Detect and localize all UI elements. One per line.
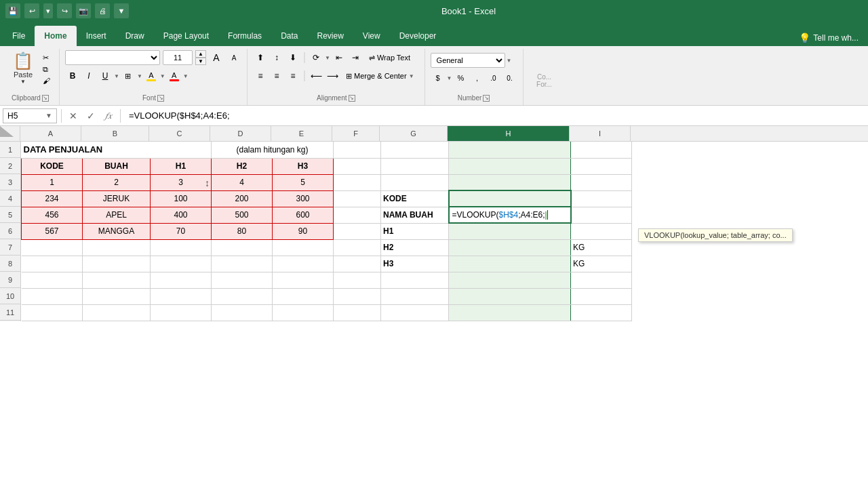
alignment-expand[interactable]: ↘ [349, 95, 355, 102]
cell-G7[interactable]: H2 [381, 239, 449, 256]
cell-A9[interactable] [22, 272, 83, 288]
cell-D7[interactable] [212, 239, 273, 256]
cell-F8[interactable] [334, 256, 381, 272]
cell-G10[interactable] [381, 288, 449, 304]
cell-H2[interactable] [449, 158, 571, 174]
col-header-E[interactable]: E [271, 126, 332, 141]
cell-F3[interactable] [334, 174, 381, 190]
cell-I6[interactable] [571, 223, 632, 239]
row-header-3[interactable]: 3 [0, 174, 20, 190]
cell-A5[interactable]: 456 [22, 207, 83, 223]
tell-me-box[interactable]: 💡 Tell me wh... [792, 30, 865, 46]
cell-A3[interactable]: 1 [22, 174, 83, 190]
cell-C8[interactable] [151, 256, 212, 272]
cell-B4[interactable]: JERUK [83, 190, 151, 207]
row-header-2[interactable]: 2 [0, 158, 20, 174]
col-header-A[interactable]: A [20, 126, 81, 141]
cell-E2[interactable]: H3 [273, 158, 334, 174]
decrease-font-button[interactable]: A [226, 50, 241, 65]
cell-E3[interactable]: 5 [273, 174, 334, 190]
wrap-text-button[interactable]: ⇌ Wrap Text [364, 50, 415, 65]
cell-G4[interactable]: KODE [381, 190, 449, 207]
cell-E7[interactable] [273, 239, 334, 256]
cell-H5[interactable]: =VLOOKUP($H$4;A4:E6;| [449, 207, 571, 223]
cancel-formula-button[interactable]: ✕ [66, 108, 81, 123]
cell-H4[interactable] [449, 190, 571, 207]
cell-A1[interactable]: DATA PENJUALAN [22, 142, 212, 158]
cell-H9[interactable] [449, 272, 571, 288]
cell-E8[interactable] [273, 256, 334, 272]
cell-A7[interactable] [22, 239, 83, 256]
cell-G9[interactable] [381, 272, 449, 288]
row-header-6[interactable]: 6 [0, 223, 20, 239]
cell-I9[interactable] [571, 272, 632, 288]
screenshot-icon[interactable]: 📷 [76, 3, 91, 18]
cell-F10[interactable] [334, 288, 381, 304]
indent-decrease-button[interactable]: ⇤ [332, 50, 347, 65]
cell-I1[interactable] [571, 142, 632, 158]
cell-D6[interactable]: 80 [212, 223, 273, 239]
cell-F9[interactable] [334, 272, 381, 288]
tab-draw[interactable]: Draw [116, 26, 154, 46]
tab-developer[interactable]: Developer [390, 26, 446, 46]
fill-color-button[interactable]: A [144, 68, 159, 83]
col-header-F[interactable]: F [332, 126, 380, 141]
cell-F11[interactable] [334, 304, 381, 321]
cell-F2[interactable] [334, 158, 381, 174]
font-color-button[interactable]: A [167, 68, 182, 83]
tab-file[interactable]: File [3, 26, 35, 46]
cell-C3[interactable]: 3 ↕ [151, 174, 212, 190]
cell-E5[interactable]: 600 [273, 207, 334, 223]
print-icon[interactable]: 🖨 [95, 3, 110, 18]
row-header-5[interactable]: 5 [0, 207, 20, 223]
confirm-formula-button[interactable]: ✓ [83, 108, 98, 123]
cell-G11[interactable] [381, 304, 449, 321]
row-header-8[interactable]: 8 [0, 256, 20, 272]
undo-dropdown[interactable]: ▾ [43, 3, 53, 18]
align-left-button[interactable]: ≡ [253, 68, 268, 83]
cell-B9[interactable] [83, 272, 151, 288]
row-header-7[interactable]: 7 [0, 239, 20, 256]
tab-view[interactable]: View [353, 26, 390, 46]
cell-H8[interactable] [449, 256, 571, 272]
currency-button[interactable]: $ [431, 70, 446, 85]
cell-D5[interactable]: 500 [212, 207, 273, 223]
merge-center-button[interactable]: ⊞ Merge & Center ▼ [341, 68, 419, 83]
undo-icon[interactable]: ↩ [24, 3, 39, 18]
col-header-H[interactable]: H [448, 126, 570, 141]
cell-G6[interactable]: H1 [381, 223, 449, 239]
comma-button[interactable]: , [470, 70, 485, 85]
cell-C5[interactable]: 400 [151, 207, 212, 223]
cell-B8[interactable] [83, 256, 151, 272]
tab-data[interactable]: Data [271, 26, 307, 46]
paste-button[interactable]: 📋 Paste ▼ [8, 50, 38, 87]
col-header-C[interactable]: C [149, 126, 210, 141]
decrease-indent-button[interactable]: ⟵ [309, 68, 323, 83]
number-format-select[interactable]: General [431, 53, 505, 68]
cut-button[interactable]: ✂ [41, 53, 52, 63]
cell-G2[interactable] [381, 158, 449, 174]
cell-F7[interactable] [334, 239, 381, 256]
cell-G1[interactable] [381, 142, 449, 158]
cell-A11[interactable] [22, 304, 83, 321]
cell-B6[interactable]: MANGGA [83, 223, 151, 239]
align-top-button[interactable]: ⬆ [253, 50, 268, 65]
cell-C9[interactable] [151, 272, 212, 288]
text-direction-button[interactable]: ⟳ [309, 50, 323, 65]
indent-increase-button[interactable]: ⇥ [348, 50, 363, 65]
cell-I8[interactable]: KG [571, 256, 632, 272]
cell-B2[interactable]: BUAH [83, 158, 151, 174]
cell-I7[interactable]: KG [571, 239, 632, 256]
cell-E10[interactable] [273, 288, 334, 304]
col-header-I[interactable]: I [570, 126, 631, 141]
cell-H3[interactable] [449, 174, 571, 190]
border-button[interactable]: ⊞ [121, 68, 136, 83]
italic-button[interactable]: I [81, 68, 96, 83]
cell-B3[interactable]: 2 [83, 174, 151, 190]
align-bottom-button[interactable]: ⬇ [285, 50, 300, 65]
bold-button[interactable]: B [65, 68, 80, 83]
cell-G5[interactable]: NAMA BUAH [381, 207, 449, 223]
col-header-D[interactable]: D [210, 126, 271, 141]
tab-review[interactable]: Review [307, 26, 353, 46]
font-size-increase[interactable]: ▲ [195, 50, 206, 58]
